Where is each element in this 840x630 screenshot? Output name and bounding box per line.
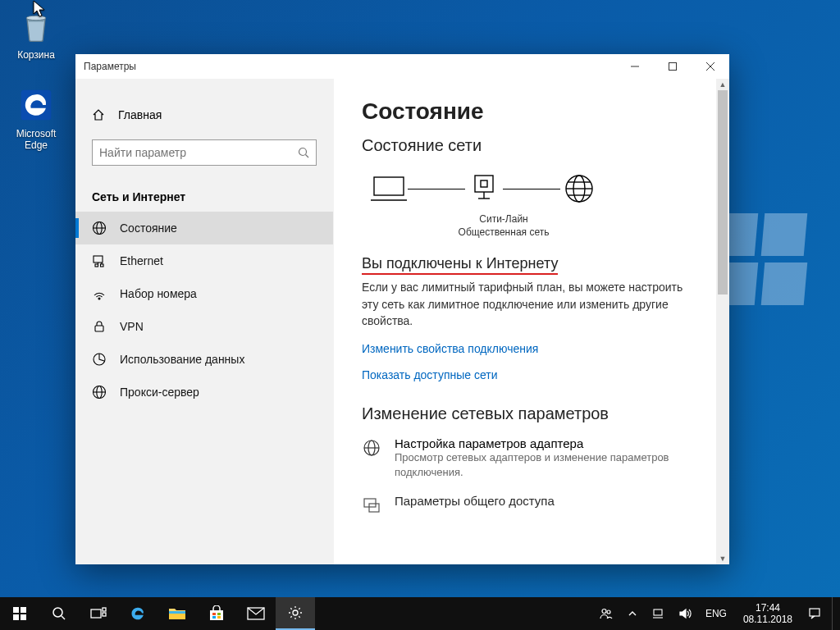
svg-rect-48: [169, 611, 185, 614]
nav-item-data-usage[interactable]: Использование данных: [75, 343, 333, 376]
tray-chevron-up-icon[interactable]: [623, 609, 641, 619]
nav-item-status[interactable]: Состояние: [75, 212, 333, 244]
data-usage-icon: [92, 352, 107, 367]
svg-point-6: [299, 148, 307, 156]
action-center-icon[interactable]: [806, 607, 824, 620]
link-show-available-networks[interactable]: Показать доступные сети: [362, 368, 701, 381]
taskbar: ENG 17:44 08.11.2018: [0, 597, 840, 630]
red-underline-annotation: [362, 273, 558, 275]
svg-rect-50: [212, 613, 216, 615]
svg-rect-17: [95, 326, 103, 331]
svg-rect-46: [103, 613, 106, 616]
settings-window: Параметры Главная Сеть и Интернет Состоя…: [75, 54, 729, 564]
mouse-cursor: [33, 0, 48, 18]
nav-label: Набор номера: [120, 287, 197, 300]
sidebar: Главная Сеть и Интернет Состояние Ethern…: [75, 79, 334, 564]
option-title: Настройка параметров адаптера: [395, 436, 673, 450]
network-tray-icon[interactable]: [650, 607, 668, 620]
option-description: Просмотр сетевых адаптеров и изменение п…: [395, 450, 673, 480]
option-title: Параметры общего доступа: [395, 494, 555, 508]
link-change-connection-properties[interactable]: Изменить свойства подключения: [362, 342, 701, 355]
svg-rect-49: [210, 610, 223, 620]
scrollbar[interactable]: ▲ ▼: [716, 79, 729, 564]
section-heading-network-status: Состояние сети: [362, 136, 701, 155]
search-button[interactable]: [39, 597, 79, 630]
svg-point-16: [98, 298, 100, 299]
scroll-down-button[interactable]: ▼: [716, 553, 729, 564]
adapter-icon: [362, 436, 383, 480]
svg-point-55: [293, 610, 298, 615]
page-title: Состояние: [362, 98, 701, 125]
vpn-icon: [92, 319, 107, 334]
svg-rect-40: [13, 614, 19, 620]
microsoft-edge-icon[interactable]: Microsoft Edge: [5, 85, 67, 151]
main-panel: Состояние Состояние сети Сити-Лайн Общес…: [334, 79, 729, 564]
nav-item-proxy[interactable]: Прокси-сервер: [75, 376, 333, 409]
people-icon[interactable]: [597, 606, 615, 621]
svg-point-42: [53, 608, 62, 617]
taskbar-store-button[interactable]: [197, 597, 236, 630]
language-indicator[interactable]: ENG: [702, 608, 730, 619]
svg-rect-36: [364, 499, 376, 507]
svg-rect-11: [94, 256, 103, 262]
sharing-icon: [362, 494, 383, 515]
recycle-bin-label: Корзина: [5, 49, 67, 61]
taskbar-settings-button[interactable]: [276, 597, 315, 630]
svg-rect-58: [654, 609, 662, 615]
nav-label: Ethernet: [120, 254, 163, 267]
proxy-icon: [92, 385, 107, 399]
svg-rect-13: [101, 264, 104, 267]
nav-label: Состояние: [120, 221, 177, 235]
network-diagram: [370, 170, 701, 208]
start-button[interactable]: [0, 597, 39, 630]
task-view-button[interactable]: [79, 597, 118, 630]
ethernet-icon: [92, 253, 107, 268]
svg-rect-53: [217, 616, 221, 619]
search-icon: [298, 147, 309, 158]
svg-rect-44: [91, 609, 101, 618]
svg-rect-3: [669, 63, 677, 71]
close-button[interactable]: [692, 54, 729, 79]
nav-item-ethernet[interactable]: Ethernet: [75, 244, 333, 277]
clock[interactable]: 17:44 08.11.2018: [738, 602, 797, 626]
scroll-thumb[interactable]: [718, 90, 728, 294]
volume-tray-icon[interactable]: [676, 607, 694, 620]
maximize-button[interactable]: [654, 54, 692, 79]
taskbar-mail-button[interactable]: [236, 597, 276, 630]
nav-label: Использование данных: [120, 353, 244, 366]
nav-label: VPN: [120, 320, 144, 333]
nav-item-vpn[interactable]: VPN: [75, 310, 333, 343]
svg-rect-22: [374, 177, 404, 195]
svg-rect-41: [21, 614, 26, 620]
router-icon: [465, 170, 503, 208]
svg-rect-39: [21, 607, 26, 613]
svg-line-43: [62, 616, 65, 619]
option-sharing-settings[interactable]: Параметры общего доступа: [362, 494, 701, 515]
search-box[interactable]: [92, 139, 317, 166]
window-title: Параметры: [84, 61, 616, 72]
titlebar[interactable]: Параметры: [75, 54, 729, 79]
minimize-button[interactable]: [616, 54, 654, 79]
nav-label: Прокси-сервер: [120, 386, 199, 399]
connected-description: Если у вас лимитный тарифный план, вы мо…: [362, 279, 690, 329]
scroll-up-button[interactable]: ▲: [716, 79, 729, 90]
status-icon: [92, 221, 107, 235]
nav-item-dialup[interactable]: Набор номера: [75, 277, 333, 310]
svg-rect-45: [103, 608, 106, 611]
computer-icon: [370, 170, 408, 208]
svg-point-57: [607, 610, 610, 614]
globe-icon: [560, 170, 598, 208]
svg-rect-12: [95, 264, 98, 267]
svg-point-56: [602, 609, 606, 614]
option-adapter-settings[interactable]: Настройка параметров адаптера Просмотр с…: [362, 436, 701, 480]
search-input[interactable]: [99, 146, 298, 159]
home-button[interactable]: Главная: [75, 103, 333, 126]
svg-rect-37: [369, 504, 379, 512]
home-label: Главная: [118, 108, 162, 121]
show-desktop-button[interactable]: [832, 597, 837, 630]
taskbar-edge-button[interactable]: [118, 597, 158, 630]
svg-rect-52: [212, 616, 216, 619]
section-heading-change-network-settings: Изменение сетевых параметров: [362, 404, 701, 423]
taskbar-file-explorer-button[interactable]: [158, 597, 197, 630]
connected-heading: Вы подключены к Интернету: [362, 255, 558, 272]
